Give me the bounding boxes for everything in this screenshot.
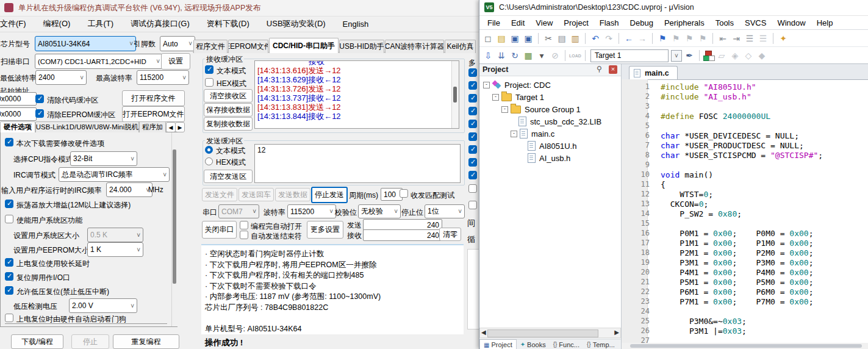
insert-bookmark-icon[interactable]: ⚑ — [656, 32, 669, 45]
diamond-icon[interactable]: ◈ — [729, 49, 741, 62]
menu-item-6[interactable]: English — [334, 18, 378, 31]
tree-item-source-group-1[interactable]: -Source Group 1 — [481, 103, 620, 115]
mcu-titlebar[interactable]: 单片机在线升级编程仿真调试平台软件 (V6.94Y), 远程现场升级APP发布 — [0, 0, 479, 16]
uv-menu-svcs[interactable]: SVCS — [739, 16, 772, 29]
pack-icon[interactable]: ◆ — [756, 49, 768, 62]
panel-tab-books[interactable]: ✦Books — [517, 339, 550, 349]
unindent-icon[interactable]: ⇤ — [717, 32, 729, 45]
stop-build-icon[interactable]: ⊘ — [549, 49, 561, 62]
scan-port-select[interactable]: (COM7) CDC1-UART1,2CDC+HID˅ — [35, 54, 163, 69]
pin-icon[interactable]: ⚲ — [597, 65, 604, 73]
breakpoints-icon[interactable] — [703, 50, 714, 61]
scroll-right-arrow-icon[interactable]: ▶ — [614, 329, 619, 336]
assistant-tab-1[interactable]: EEPROM文件 — [228, 40, 268, 53]
multi-send-checkbox[interactable] — [468, 94, 477, 103]
project-hscrollbar[interactable]: ◀ ▶ — [479, 328, 621, 338]
multi-send-checkbox[interactable] — [468, 145, 477, 154]
configure-icon[interactable]: ✦ — [777, 32, 789, 45]
min-baud-select[interactable]: 2400˅ — [35, 70, 87, 85]
batch-dropdown-icon[interactable]: ▾ — [536, 49, 548, 62]
save-recv-button[interactable]: 保存接收数据 — [204, 103, 253, 117]
batch-build-icon[interactable]: ▦ — [522, 49, 534, 62]
uv-menu-debug[interactable]: Debug — [625, 16, 659, 29]
assistant-tab-0[interactable]: 程序文件 — [193, 40, 228, 53]
editor-tab-main-c[interactable]: main.c — [629, 66, 678, 79]
uv-titlebar[interactable]: V5 C:\Users\Administrator\Desktop\123\CD… — [479, 0, 868, 16]
watchdog-checkbox[interactable] — [5, 314, 13, 322]
assistant-tab-2[interactable]: CDC/HID-串口助手 — [269, 38, 339, 53]
more-settings-button[interactable]: 更多设置 — [307, 221, 343, 239]
lvd-voltage-select[interactable]: 2.00 V˅ — [69, 298, 137, 313]
assistant-tab-4[interactable]: CAN波特率计算器 — [385, 40, 444, 53]
open-eeprom-button[interactable]: 打开EEPROM文件 — [122, 106, 185, 122]
open-program-button[interactable]: 打开程序文件 — [122, 90, 185, 106]
prev-bookmark-icon[interactable]: ⚑ — [670, 32, 682, 45]
multi-send-checkbox[interactable] — [468, 201, 477, 209]
menu-item-5[interactable]: USB驱动安装(D) — [258, 16, 334, 31]
baud-select[interactable]: 115200˅ — [287, 204, 336, 218]
clear-bookmarks-icon[interactable]: ⚑ — [697, 32, 709, 45]
uv-menu-file[interactable]: File — [482, 16, 506, 29]
open-file-icon[interactable]: ▤ — [495, 32, 508, 45]
stop-send-button[interactable]: 停止发送 — [311, 187, 348, 203]
panel-tab-project[interactable]: ▦Project — [479, 339, 517, 349]
clear-code-checkbox[interactable] — [35, 95, 44, 103]
hw-tab-0[interactable]: 硬件选项 — [0, 121, 35, 132]
eeprom-addr-field[interactable]: 0x0000 — [0, 107, 37, 121]
osc-gain-checkbox[interactable] — [5, 200, 13, 208]
recv-log-scrollbar[interactable] — [451, 61, 459, 128]
send-hex-mode-radio[interactable] — [205, 157, 213, 165]
send-file-button[interactable]: 发送文件 — [202, 188, 237, 201]
multi-send-checkbox[interactable] — [468, 120, 477, 128]
navigate-back-icon[interactable]: ← — [623, 32, 635, 45]
save-icon[interactable]: ▣ — [509, 32, 521, 45]
multi-send-checkbox[interactable] — [468, 68, 477, 77]
eeprom-size-select[interactable]: 1 K˅ — [87, 242, 143, 257]
multi-send-checkbox[interactable] — [468, 184, 477, 193]
copy-recv-button[interactable]: 复制接收数据 — [204, 117, 253, 131]
next-bookmark-icon[interactable]: ⚑ — [683, 32, 695, 45]
send-text-mode-radio[interactable] — [205, 146, 213, 154]
port-settings-button[interactable]: 设置 — [161, 53, 190, 70]
irc-mode-select[interactable]: 总是动态调节IRC频率˅ — [59, 167, 170, 182]
long-delay-checkbox[interactable] — [5, 258, 13, 267]
tree-item-project-cdc[interactable]: -Project: CDC — [481, 79, 620, 91]
irc-freq-select[interactable]: 24.000˅ — [106, 182, 152, 197]
download-program-button[interactable]: 下载/编程 — [11, 334, 63, 349]
tree-expander-icon[interactable]: - — [511, 131, 517, 137]
tree-item-ai8051u-h[interactable]: AI8051U.h — [481, 140, 620, 152]
tree-expander-icon[interactable]: - — [492, 94, 499, 101]
project-panel-header[interactable]: Project ⚲ × — [479, 64, 621, 76]
menu-item-2[interactable]: 工具(T) — [79, 16, 122, 31]
tree-item-main-c[interactable]: -main.c — [481, 128, 620, 140]
multi-send-checkbox[interactable] — [468, 81, 477, 90]
multi-send-checkbox[interactable] — [468, 107, 477, 115]
tree-item-target-1[interactable]: -Target 1 — [481, 91, 620, 103]
rebuild-icon[interactable]: ↻ — [509, 49, 521, 62]
uv-menu-project[interactable]: Project — [558, 16, 594, 29]
scroll-left-arrow-icon[interactable]: ◀ — [481, 329, 486, 336]
navigate-forward-icon[interactable]: → — [636, 32, 648, 45]
editor-hscrollbar[interactable] — [622, 343, 868, 349]
new-file-icon[interactable]: ◻ — [482, 32, 494, 45]
hw-tab-2[interactable]: 程序加 — [139, 121, 166, 132]
uv-menu-edit[interactable]: Edit — [506, 16, 530, 29]
sys-size-select[interactable]: 0.5 K˅ — [87, 228, 143, 242]
translate-icon[interactable]: ⇩ — [482, 49, 494, 62]
match-test-checkbox[interactable] — [400, 189, 408, 198]
code-view[interactable]: 1#include "AI8051U.h"2#include "AI_usb.h… — [622, 82, 868, 343]
cpu-mode-select[interactable]: 32-Bit˅ — [70, 151, 137, 166]
clear-send-button[interactable]: 清空发送区 — [204, 170, 253, 183]
clear-eeprom-checkbox[interactable] — [35, 109, 44, 118]
tree-expander-icon[interactable]: - — [483, 82, 490, 88]
menu-item-3[interactable]: 调试仿真接口(G) — [122, 16, 198, 31]
save-all-icon[interactable]: ▣ — [522, 32, 534, 45]
windows-icon[interactable]: ▱ — [716, 49, 728, 62]
target-dropdown-icon[interactable]: ˅ — [671, 50, 682, 62]
recv-hex-mode-checkbox[interactable] — [205, 78, 213, 87]
parity-select[interactable]: 无校验˅ — [358, 204, 401, 218]
target-select[interactable]: Target 1 — [590, 49, 669, 62]
download-flash-icon[interactable]: LOAD — [569, 49, 581, 62]
menu-item-1[interactable]: 编程(O) — [35, 16, 79, 31]
user-sys-checkbox[interactable] — [5, 215, 13, 223]
